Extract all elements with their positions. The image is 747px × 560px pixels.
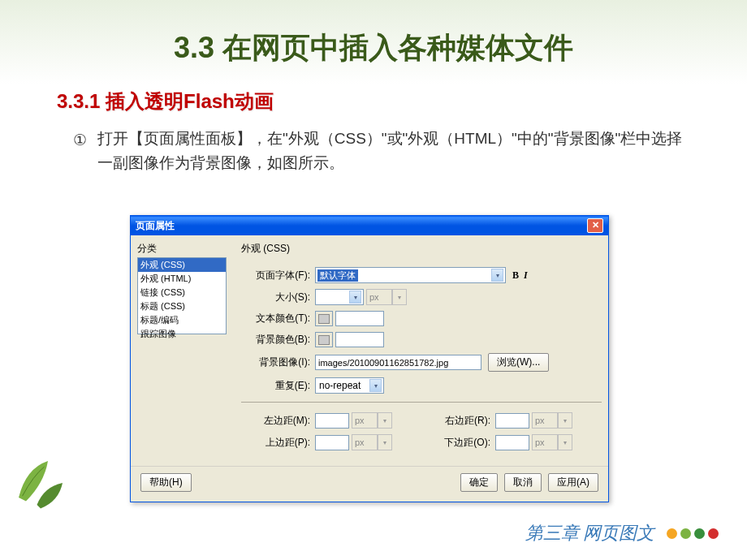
unit-dropdown[interactable]: ▾ [558,412,572,429]
dot [680,528,691,539]
bg-color-picker[interactable] [315,332,333,347]
text-color-label: 文本颜色(T): [241,312,310,325]
font-select[interactable]: 默认字体 ▾ [315,267,506,283]
ok-button[interactable]: 确定 [460,473,498,492]
list-marker: ① [73,128,87,153]
size-unit-dropdown[interactable]: ▾ [392,289,407,305]
margin-unit: px [352,412,378,429]
font-label: 页面字体(F): [241,269,310,282]
category-item-css[interactable]: 外观 (CSS) [138,258,226,272]
unit-dropdown[interactable]: ▾ [378,434,392,450]
text-color-input[interactable] [335,311,384,326]
right-margin-label: 右边距(R): [421,414,490,428]
help-button[interactable]: 帮助(H) [140,473,192,492]
chevron-down-icon[interactable]: ▾ [349,291,361,304]
footer-text: 第三章 网页图文 [525,521,655,545]
margin-unit: px [532,434,558,450]
browse-button[interactable]: 浏览(W)... [488,353,549,372]
cancel-button[interactable]: 取消 [504,473,542,492]
size-label: 大小(S): [241,291,310,304]
top-margin-label: 上边距(P): [241,436,310,450]
size-unit: px [366,289,392,305]
unit-dropdown[interactable]: ▾ [558,434,572,450]
main-panel: 外观 (CSS) 页面字体(F): 默认字体 ▾ B I 大小(S): ▾ px [227,242,602,456]
left-margin-input[interactable] [315,413,349,429]
dialog-title: 页面属性 [136,219,175,233]
bottom-margin-label: 下边距(O): [421,436,490,450]
footer: 第三章 网页图文 [525,521,719,545]
body-text: ① 打开【页面属性面板】，在"外观（CSS）"或"外观（HTML）"中的"背景图… [97,127,690,176]
apply-button[interactable]: 应用(A) [548,473,598,492]
category-listbox[interactable]: 外观 (CSS) 外观 (HTML) 链接 (CSS) 标题 (CSS) 标题/… [137,257,227,334]
slide-title: 3.3 在网页中插入各种媒体文件 [0,0,747,68]
chevron-down-icon[interactable]: ▾ [491,269,503,282]
right-margin-input[interactable] [495,413,529,429]
body-content: 打开【页面属性面板】，在"外观（CSS）"或"外观（HTML）"中的"背景图像"… [97,130,682,171]
close-icon[interactable]: ✕ [587,218,603,233]
top-margin-input[interactable] [315,435,349,450]
category-item-tracing[interactable]: 跟踪图像 [138,327,226,341]
italic-button[interactable]: I [524,269,528,282]
font-value: 默认字体 [317,269,358,282]
dot [694,528,705,539]
panel-title: 外观 (CSS) [241,242,602,256]
text-color-picker[interactable] [315,311,333,326]
repeat-select[interactable]: no-repeat ▾ [315,377,384,394]
section-subtitle: 3.3.1 插入透明Flash动画 [57,88,747,114]
category-item-encoding[interactable]: 标题/编码 [138,313,226,327]
category-sidebar: 分类 外观 (CSS) 外观 (HTML) 链接 (CSS) 标题 (CSS) … [137,242,227,456]
margin-unit: px [352,434,378,450]
page-dots [667,528,719,539]
repeat-value: no-repeat [319,380,361,391]
repeat-label: 重复(E): [241,379,310,393]
category-label: 分类 [137,242,227,256]
category-item-html[interactable]: 外观 (HTML) [138,272,226,286]
divider [241,402,602,403]
category-item-links[interactable]: 链接 (CSS) [138,286,226,299]
bold-button[interactable]: B [512,269,519,282]
unit-dropdown[interactable]: ▾ [378,412,392,429]
chevron-down-icon[interactable]: ▾ [369,379,382,392]
bg-color-input[interactable] [335,332,384,347]
bg-image-input[interactable] [315,355,481,370]
category-item-headings[interactable]: 标题 (CSS) [138,299,226,313]
size-select[interactable]: ▾ [315,289,364,305]
left-margin-label: 左边距(M): [241,414,310,428]
bottom-margin-input[interactable] [495,435,529,450]
page-properties-dialog: 页面属性 ✕ 分类 外观 (CSS) 外观 (HTML) 链接 (CSS) 标题… [130,215,609,502]
dot [667,528,677,539]
dialog-buttons: 帮助(H) 确定 取消 应用(A) [131,466,608,502]
dot [708,528,719,539]
margin-unit: px [532,412,558,429]
dialog-titlebar[interactable]: 页面属性 ✕ [131,216,608,235]
leaf-decoration [4,446,77,519]
bg-image-label: 背景图像(I): [241,355,310,369]
bg-color-label: 背景颜色(B): [241,333,310,347]
